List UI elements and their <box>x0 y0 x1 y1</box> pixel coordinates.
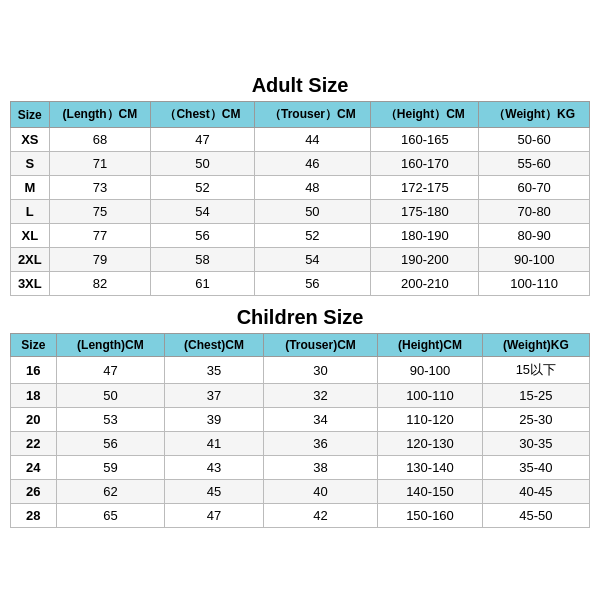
table-cell: 47 <box>56 357 164 384</box>
table-cell: 32 <box>263 384 377 408</box>
table-cell: 38 <box>263 456 377 480</box>
adult-header-cell: （Weight）KG <box>479 102 590 128</box>
children-header-cell: (Weight)KG <box>482 334 589 357</box>
table-cell: 50 <box>254 200 371 224</box>
children-table-body: 1647353090-10015以下18503732100-11015-2520… <box>11 357 590 528</box>
table-cell: L <box>11 200 50 224</box>
table-cell: 90-100 <box>378 357 483 384</box>
table-cell: 130-140 <box>378 456 483 480</box>
table-cell: 56 <box>151 224 254 248</box>
table-cell: 28 <box>11 504 57 528</box>
table-cell: 172-175 <box>371 176 479 200</box>
table-cell: 55-60 <box>479 152 590 176</box>
table-cell: 190-200 <box>371 248 479 272</box>
table-cell: 39 <box>165 408 264 432</box>
table-cell: 58 <box>151 248 254 272</box>
table-cell: 120-130 <box>378 432 483 456</box>
table-row: XL775652180-19080-90 <box>11 224 590 248</box>
table-cell: 50 <box>56 384 164 408</box>
table-cell: 150-160 <box>378 504 483 528</box>
table-cell: 46 <box>254 152 371 176</box>
table-cell: 68 <box>49 128 151 152</box>
children-header-cell: Size <box>11 334 57 357</box>
table-cell: 180-190 <box>371 224 479 248</box>
table-cell: 3XL <box>11 272 50 296</box>
table-cell: 48 <box>254 176 371 200</box>
table-cell: 22 <box>11 432 57 456</box>
table-cell: 50-60 <box>479 128 590 152</box>
table-cell: 35 <box>165 357 264 384</box>
table-cell: 79 <box>49 248 151 272</box>
table-cell: 60-70 <box>479 176 590 200</box>
table-cell: 77 <box>49 224 151 248</box>
table-cell: 90-100 <box>479 248 590 272</box>
table-cell: 43 <box>165 456 264 480</box>
table-cell: 35-40 <box>482 456 589 480</box>
table-cell: 25-30 <box>482 408 589 432</box>
children-table-header: Size(Length)CM(Chest)CM(Trouser)CM(Heigh… <box>11 334 590 357</box>
table-cell: 160-170 <box>371 152 479 176</box>
table-row: 1647353090-10015以下 <box>11 357 590 384</box>
table-cell: 24 <box>11 456 57 480</box>
table-row: 2XL795854190-20090-100 <box>11 248 590 272</box>
table-row: L755450175-18070-80 <box>11 200 590 224</box>
table-row: 3XL826156200-210100-110 <box>11 272 590 296</box>
table-cell: 52 <box>254 224 371 248</box>
table-cell: 15以下 <box>482 357 589 384</box>
table-row: S715046160-17055-60 <box>11 152 590 176</box>
table-cell: 44 <box>254 128 371 152</box>
size-chart-container: Adult Size Size(Length）CM（Chest）CM（Trous… <box>10 68 590 532</box>
table-cell: 53 <box>56 408 164 432</box>
table-cell: 15-25 <box>482 384 589 408</box>
table-cell: 54 <box>254 248 371 272</box>
adult-table-header: Size(Length）CM（Chest）CM（Trouser）CM（Heigh… <box>11 102 590 128</box>
table-cell: 70-80 <box>479 200 590 224</box>
table-cell: 75 <box>49 200 151 224</box>
children-header-cell: (Height)CM <box>378 334 483 357</box>
table-cell: XL <box>11 224 50 248</box>
table-cell: 100-110 <box>378 384 483 408</box>
table-cell: 80-90 <box>479 224 590 248</box>
table-cell: 45 <box>165 480 264 504</box>
table-cell: 82 <box>49 272 151 296</box>
table-row: 26624540140-15040-45 <box>11 480 590 504</box>
table-cell: 45-50 <box>482 504 589 528</box>
table-cell: 30 <box>263 357 377 384</box>
table-cell: 42 <box>263 504 377 528</box>
table-cell: 2XL <box>11 248 50 272</box>
table-row: 28654742150-16045-50 <box>11 504 590 528</box>
table-cell: 36 <box>263 432 377 456</box>
children-size-table: Size(Length)CM(Chest)CM(Trouser)CM(Heigh… <box>10 333 590 528</box>
table-row: M735248172-17560-70 <box>11 176 590 200</box>
children-header-cell: (Chest)CM <box>165 334 264 357</box>
adult-table-body: XS684744160-16550-60S715046160-17055-60M… <box>11 128 590 296</box>
table-cell: 54 <box>151 200 254 224</box>
table-cell: 56 <box>254 272 371 296</box>
table-cell: 100-110 <box>479 272 590 296</box>
table-cell: 59 <box>56 456 164 480</box>
table-cell: 41 <box>165 432 264 456</box>
table-cell: 37 <box>165 384 264 408</box>
children-size-title: Children Size <box>10 300 590 333</box>
table-row: 22564136120-13030-35 <box>11 432 590 456</box>
table-cell: 160-165 <box>371 128 479 152</box>
adult-size-table: Size(Length）CM（Chest）CM（Trouser）CM（Heigh… <box>10 101 590 296</box>
table-cell: 71 <box>49 152 151 176</box>
children-header-cell: (Length)CM <box>56 334 164 357</box>
table-cell: 16 <box>11 357 57 384</box>
table-cell: 200-210 <box>371 272 479 296</box>
table-row: 18503732100-11015-25 <box>11 384 590 408</box>
table-cell: 40-45 <box>482 480 589 504</box>
adult-header-cell: （Trouser）CM <box>254 102 371 128</box>
adult-header-cell: Size <box>11 102 50 128</box>
table-cell: 26 <box>11 480 57 504</box>
table-cell: M <box>11 176 50 200</box>
adult-header-cell: （Chest）CM <box>151 102 254 128</box>
table-cell: 110-120 <box>378 408 483 432</box>
table-cell: 30-35 <box>482 432 589 456</box>
children-header-cell: (Trouser)CM <box>263 334 377 357</box>
table-cell: 61 <box>151 272 254 296</box>
table-cell: S <box>11 152 50 176</box>
table-cell: 47 <box>151 128 254 152</box>
table-cell: 20 <box>11 408 57 432</box>
